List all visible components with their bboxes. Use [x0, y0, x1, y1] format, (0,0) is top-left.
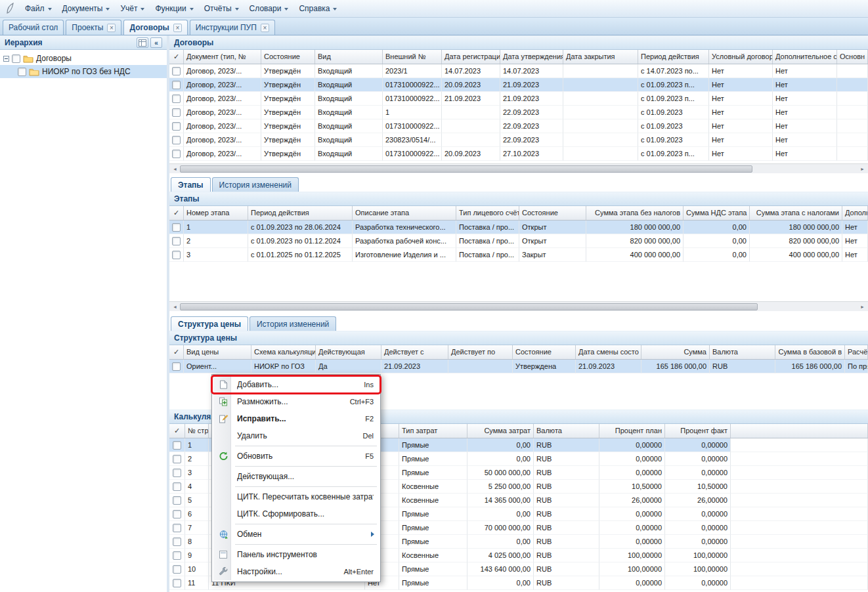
column-header[interactable]: ✓: [169, 424, 185, 438]
column-header[interactable]: ✓: [169, 345, 184, 359]
column-header[interactable]: Процент факт: [665, 424, 731, 438]
tab-stages[interactable]: Этапы: [171, 177, 211, 192]
row-checkbox[interactable]: [172, 95, 181, 103]
row-checkbox[interactable]: [172, 223, 181, 232]
tab-price-structure[interactable]: Структура цены: [171, 316, 248, 331]
menubar-item-4[interactable]: Отчёты: [199, 1, 244, 16]
column-header[interactable]: Дата утверждения: [500, 50, 563, 64]
context-menu-item-0[interactable]: Добавить...Ins: [213, 376, 379, 393]
row-checkbox[interactable]: [172, 251, 181, 259]
stages-horizontal-scrollbar[interactable]: ◄ ►: [169, 301, 868, 311]
context-menu-item-2[interactable]: Исправить...F2: [213, 410, 379, 427]
menubar-item-3[interactable]: Функции: [150, 1, 198, 16]
tree-node-niokr[interactable]: НИОКР по ГОЗ без НДС: [0, 65, 167, 78]
tab-close-icon[interactable]: ×: [173, 24, 182, 32]
row-checkbox[interactable]: [172, 150, 181, 158]
column-header[interactable]: Сумма: [641, 345, 710, 359]
column-header[interactable]: № стр...: [185, 424, 209, 438]
row-checkbox[interactable]: [172, 122, 181, 131]
row-checkbox[interactable]: [172, 67, 181, 75]
context-menu-item-14[interactable]: Панель инструментов: [213, 546, 379, 563]
column-header[interactable]: Дата закрытия: [563, 50, 638, 64]
document-tab-0[interactable]: Рабочий стол: [3, 20, 64, 35]
row-checkbox[interactable]: [173, 469, 181, 477]
table-row[interactable]: 3с 01.01.2025 по 01.12.2025Изготовление …: [169, 248, 868, 262]
row-checkbox[interactable]: [172, 81, 181, 89]
collapse-panel-icon[interactable]: «: [150, 37, 162, 48]
table-row[interactable]: Ориент...НИОКР по ГОЗДа21.09.2023Утвержд…: [169, 360, 868, 373]
column-header[interactable]: Процент план: [599, 424, 665, 438]
column-header[interactable]: Дополн: [842, 206, 868, 220]
contracts-horizontal-scrollbar[interactable]: ◄ ►: [169, 163, 868, 173]
menubar-item-6[interactable]: Справка: [293, 1, 342, 16]
column-header[interactable]: Сумма затрат: [467, 424, 534, 438]
column-header[interactable]: Валюта: [534, 424, 599, 438]
context-menu-item-5[interactable]: ОбновитьF5: [213, 448, 379, 465]
scroll-right-icon[interactable]: ►: [857, 303, 867, 311]
table-row[interactable]: Договор, 2023/...УтверждёнВходящий017310…: [169, 147, 868, 161]
column-header[interactable]: Действует с: [381, 345, 448, 359]
column-header[interactable]: Сумма этапа без налогов: [586, 206, 684, 220]
tree-node-contracts[interactable]: Договоры: [0, 52, 167, 65]
column-header[interactable]: Дополнительное с: [773, 50, 837, 64]
context-menu-item-7[interactable]: Действующая...: [213, 468, 379, 485]
row-checkbox[interactable]: [172, 362, 181, 371]
node-checkbox[interactable]: [18, 68, 26, 76]
column-header[interactable]: Сумма этапа с налогами: [750, 206, 842, 220]
column-header[interactable]: [731, 424, 868, 438]
tab-price-history[interactable]: История изменений: [250, 316, 336, 331]
row-checkbox[interactable]: [173, 510, 181, 518]
collapse-node-icon[interactable]: [3, 56, 9, 62]
row-checkbox[interactable]: [172, 108, 181, 117]
column-header[interactable]: Условный договор: [709, 50, 773, 64]
row-checkbox[interactable]: [173, 551, 181, 560]
node-checkbox[interactable]: [12, 54, 20, 63]
tab-stages-history[interactable]: История изменений: [212, 177, 299, 192]
scrollbar-thumb[interactable]: [180, 303, 758, 310]
column-header[interactable]: Валюта: [710, 345, 775, 359]
column-header[interactable]: Схема калькуляци: [251, 345, 316, 359]
tab-close-icon[interactable]: ×: [261, 24, 269, 32]
column-header[interactable]: Тип лицевого счёт: [456, 206, 519, 220]
column-header[interactable]: Описание этапа: [353, 206, 456, 220]
table-row[interactable]: Договор, 2023/...УтверждёнВходящий017310…: [169, 119, 868, 133]
row-checkbox[interactable]: [173, 441, 181, 450]
tab-close-icon[interactable]: ×: [107, 24, 116, 32]
menubar-item-2[interactable]: Учёт: [115, 1, 150, 16]
table-row[interactable]: Договор, 2023/...УтверждёнВходящий230823…: [169, 133, 868, 147]
column-header[interactable]: Состояние: [513, 345, 576, 359]
menubar-item-5[interactable]: Словари: [244, 1, 294, 16]
row-checkbox[interactable]: [173, 579, 181, 587]
column-header[interactable]: Дата смены состо: [576, 345, 641, 359]
menubar-item-1[interactable]: Документы: [57, 1, 116, 16]
row-checkbox[interactable]: [173, 565, 181, 574]
column-header[interactable]: Внешний №: [383, 50, 442, 64]
column-header[interactable]: Вид: [315, 50, 383, 64]
table-row[interactable]: Договор, 2023/...УтверждёнВходящий122.09…: [169, 106, 868, 119]
column-header[interactable]: Вид цены: [184, 345, 251, 359]
column-header[interactable]: ✓: [169, 206, 184, 220]
column-header[interactable]: Документ (тип, №: [184, 50, 261, 64]
column-header[interactable]: Дата регистрации: [442, 50, 500, 64]
column-header[interactable]: Основн: [837, 50, 868, 64]
context-menu-item-9[interactable]: ЦИТК. Пересчитать косвенные затраты...: [213, 488, 379, 505]
column-header[interactable]: Период действия: [638, 50, 709, 64]
scrollbar-thumb[interactable]: [180, 165, 752, 173]
menubar-item-0[interactable]: Файл: [20, 1, 57, 16]
column-header[interactable]: Состояние: [261, 50, 315, 64]
context-menu-item-15[interactable]: Настройки...Alt+Enter: [213, 563, 379, 580]
column-header[interactable]: Сумма в базовой в: [775, 345, 845, 359]
context-menu-item-10[interactable]: ЦИТК. Сформировать...: [213, 505, 379, 522]
table-row[interactable]: Договор, 2023/...УтверждёнВходящий017310…: [169, 92, 868, 106]
column-header[interactable]: Период действия: [248, 206, 353, 220]
column-header[interactable]: Действует по: [448, 345, 513, 359]
context-menu-item-3[interactable]: УдалитьDel: [213, 427, 379, 444]
table-row[interactable]: Договор, 2023/...УтверждёнВходящий2023/1…: [169, 64, 868, 78]
column-header[interactable]: Тип затрат: [399, 424, 467, 438]
document-tab-1[interactable]: Проекты×: [66, 20, 121, 35]
context-menu-item-1[interactable]: Размножить...Ctrl+F3: [213, 393, 379, 410]
column-header[interactable]: Действующая: [316, 345, 381, 359]
table-row[interactable]: 2с 01.09.2023 по 01.12.2024Разработка ра…: [169, 234, 868, 248]
table-row[interactable]: 1с 01.09.2023 по 28.06.2024Разработка те…: [169, 221, 868, 234]
row-checkbox[interactable]: [173, 538, 181, 546]
